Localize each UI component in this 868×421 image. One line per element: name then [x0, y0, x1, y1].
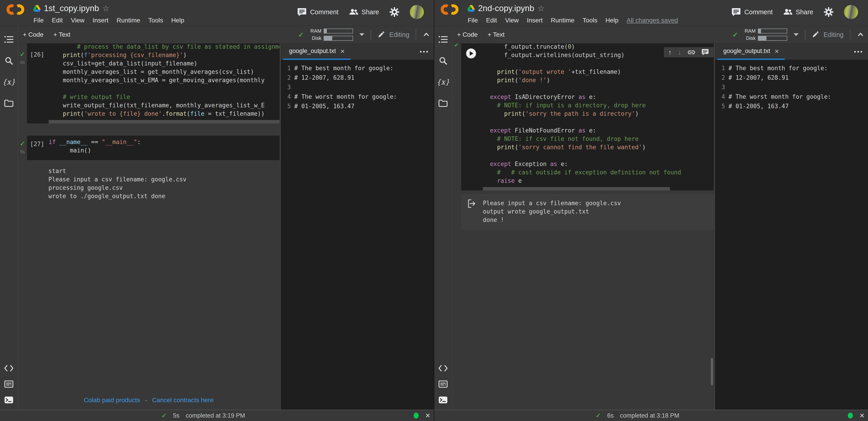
- code-snippets-icon[interactable]: [4, 363, 13, 373]
- move-cell-down-icon[interactable]: ↓: [678, 49, 681, 56]
- cell-gutter: [26]: [30, 44, 49, 118]
- tab-google-output-txt[interactable]: google_output.txt ×: [717, 44, 785, 60]
- table-of-contents-icon[interactable]: [4, 35, 13, 44]
- share-button[interactable]: Share: [349, 8, 379, 16]
- cell-horizontal-scrollbar[interactable]: [49, 120, 280, 123]
- notebook-title[interactable]: 1st_copy.ipynb: [44, 4, 99, 13]
- status-close-icon[interactable]: ×: [425, 412, 430, 420]
- menu-edit[interactable]: Edit: [52, 17, 63, 24]
- files-folder-icon[interactable]: [438, 99, 448, 108]
- menu-tools[interactable]: Tools: [148, 17, 163, 24]
- notebook-toolbar: + Code + Text ✓ RAM Disk Editing: [452, 26, 868, 44]
- header-actions: Comment Share: [732, 5, 858, 19]
- command-palette-icon[interactable]: [438, 379, 448, 389]
- notebook-title[interactable]: 2nd-copy.ipynb: [478, 4, 534, 13]
- menu-runtime[interactable]: Runtime: [551, 17, 575, 24]
- menu-tools[interactable]: Tools: [583, 17, 597, 24]
- menu-view[interactable]: View: [505, 17, 519, 24]
- resources-dropdown-caret[interactable]: [794, 33, 799, 36]
- resources-dropdown-caret[interactable]: [360, 33, 364, 36]
- avatar[interactable]: [844, 5, 858, 19]
- tab-close-icon[interactable]: ×: [340, 48, 345, 55]
- cell-editor[interactable]: f_output.truncate(0) f_output.writelines…: [461, 44, 714, 191]
- code-cell-focused[interactable]: ✓ f_output.truncate(0) f_output.writelin…: [452, 44, 714, 191]
- tab-close-icon[interactable]: ×: [775, 48, 779, 55]
- execution-count[interactable]: [26]: [30, 51, 49, 58]
- notebook-vertical-scrollbar[interactable]: [711, 358, 713, 386]
- execution-status-bar: ✓ 6s completed at 3:18 PM ×: [434, 410, 868, 421]
- menu-file[interactable]: File: [468, 17, 478, 24]
- pane-kebab-menu-icon[interactable]: [854, 44, 862, 60]
- menu-view[interactable]: View: [71, 17, 84, 24]
- menu-runtime[interactable]: Runtime: [117, 17, 140, 24]
- collapse-header-chevron-icon[interactable]: [857, 31, 864, 38]
- colab-paid-products-link[interactable]: Colab paid products: [84, 396, 140, 403]
- code-cell-26[interactable]: ✓ 0s [26] # process the data_list by csv…: [18, 44, 280, 123]
- comment-cell-icon[interactable]: [702, 49, 709, 56]
- menu-insert[interactable]: Insert: [93, 17, 108, 24]
- star-icon[interactable]: ☆: [102, 4, 110, 12]
- code-snippets-icon[interactable]: [438, 363, 448, 373]
- menu-edit[interactable]: Edit: [486, 17, 497, 24]
- add-text-button[interactable]: + Text: [488, 31, 504, 38]
- cell-editor[interactable]: [27] if __name__ == "__main__": main(): [27, 136, 280, 160]
- output-indicator-icon: [467, 199, 480, 224]
- settings-gear-icon[interactable]: [824, 7, 834, 17]
- cell-code[interactable]: if __name__ == "__main__": main(): [49, 138, 280, 155]
- link-cell-icon[interactable]: [687, 49, 695, 56]
- add-text-button[interactable]: + Text: [53, 31, 70, 38]
- move-cell-up-icon[interactable]: ↑: [668, 49, 672, 56]
- resource-monitor[interactable]: RAM Disk: [308, 28, 353, 41]
- search-icon[interactable]: [438, 56, 448, 65]
- variables-icon[interactable]: {x}: [438, 77, 448, 87]
- execution-count[interactable]: [27]: [30, 141, 49, 147]
- code-cell-27[interactable]: ✓ 5s [27] if __name__ == "__main__": mai…: [18, 136, 280, 160]
- comment-button[interactable]: Comment: [732, 8, 773, 16]
- tab-google-output-txt[interactable]: google_output.txt ×: [283, 44, 350, 60]
- pencil-icon: [812, 31, 819, 38]
- cell-code[interactable]: f_output.truncate(0) f_output.writelines…: [483, 44, 714, 185]
- cell-code[interactable]: # process the data_list by csv file as s…: [49, 44, 280, 118]
- menu-help[interactable]: Help: [606, 17, 619, 24]
- files-folder-icon[interactable]: [4, 99, 13, 108]
- cell-exec-time: 0s: [20, 60, 25, 65]
- avatar[interactable]: [410, 5, 424, 19]
- all-changes-saved-note[interactable]: All changes saved: [627, 17, 678, 24]
- run-cell-button[interactable]: [466, 49, 476, 58]
- file-content[interactable]: 1# The best month for google:2# 12-2007,…: [281, 60, 434, 410]
- search-icon[interactable]: [4, 56, 13, 65]
- settings-gear-icon[interactable]: [390, 7, 399, 17]
- cell-editor[interactable]: [26] # process the data_list by csv file…: [27, 44, 280, 123]
- connected-check-icon: ✓: [298, 31, 304, 39]
- resource-monitor[interactable]: RAM Disk: [742, 28, 787, 41]
- cancel-contracts-link[interactable]: Cancel contracts here: [152, 396, 214, 403]
- star-icon[interactable]: ☆: [537, 4, 545, 12]
- cell-output-text: Please input a csv filename: google.csvo…: [483, 199, 621, 224]
- file-content[interactable]: 1# The best month for google:2# 12-2007,…: [715, 60, 868, 410]
- colab-logo-icon[interactable]: [5, 3, 26, 16]
- editing-mode-label[interactable]: Editing: [824, 31, 844, 38]
- pane-kebab-menu-icon[interactable]: [420, 44, 428, 60]
- splitter-line: [714, 44, 715, 410]
- menu-insert[interactable]: Insert: [527, 17, 543, 24]
- table-of-contents-icon[interactable]: [438, 35, 448, 44]
- editing-mode-label[interactable]: Editing: [389, 31, 409, 38]
- terminal-icon[interactable]: [4, 395, 13, 405]
- terminal-icon[interactable]: [438, 395, 448, 405]
- status-close-icon[interactable]: ×: [860, 412, 864, 420]
- variables-icon[interactable]: {x}: [4, 77, 13, 87]
- file-line: 2# 12-2007, 628.91: [715, 73, 868, 82]
- add-code-button[interactable]: + Code: [23, 31, 43, 38]
- command-palette-icon[interactable]: [4, 379, 13, 389]
- colab-window-1: 1st_copy.ipynb ☆ File Edit View Insert R…: [0, 0, 434, 421]
- cell-success-check-icon: ✓: [454, 44, 459, 49]
- colab-logo-icon[interactable]: [439, 3, 460, 16]
- comment-button[interactable]: Comment: [298, 8, 339, 16]
- cell-horizontal-scrollbar[interactable]: [483, 187, 670, 191]
- comment-icon: [298, 8, 306, 16]
- collapse-header-chevron-icon[interactable]: [423, 31, 430, 38]
- share-button[interactable]: Share: [783, 8, 813, 16]
- add-code-button[interactable]: + Code: [457, 31, 478, 38]
- menu-file[interactable]: File: [33, 17, 44, 24]
- menu-help[interactable]: Help: [171, 17, 184, 24]
